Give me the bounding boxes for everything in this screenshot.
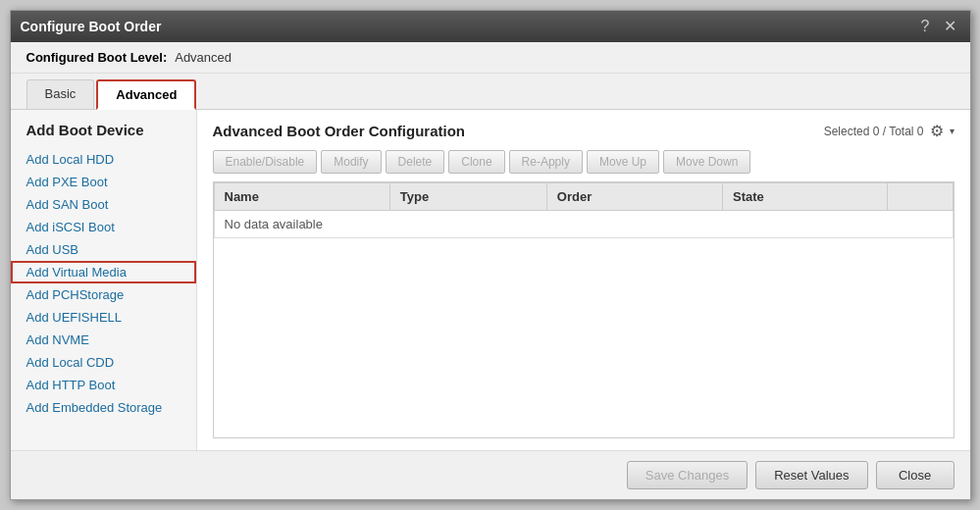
content-area: Advanced Boot Order Configuration Select… <box>197 110 970 450</box>
gear-icon[interactable]: ⚙ <box>930 122 944 140</box>
sidebar-item-local-hdd[interactable]: Add Local HDD <box>11 148 196 171</box>
sidebar-item-local-cdd[interactable]: Add Local CDD <box>11 351 196 374</box>
configured-boot-level-value: Advanced <box>175 50 232 65</box>
selected-total-text: Selected 0 / Total 0 <box>824 125 924 138</box>
sidebar-title: Add Boot Device <box>11 122 196 148</box>
sidebar-item-http-boot[interactable]: Add HTTP Boot <box>11 374 196 396</box>
footer: Save Changes Reset Values Close <box>11 450 970 499</box>
re-apply-button[interactable]: Re-Apply <box>509 150 583 174</box>
tabs-row: Basic Advanced <box>11 74 970 110</box>
configured-boot-level-label: Configured Boot Level: <box>26 50 168 65</box>
col-header-order: Order <box>546 183 722 211</box>
boot-order-table: Name Type Order State No data available <box>214 182 954 238</box>
sidebar-item-pch-storage[interactable]: Add PCHStorage <box>11 283 196 306</box>
sidebar: Add Boot Device Add Local HDD Add PXE Bo… <box>11 110 197 450</box>
modify-button[interactable]: Modify <box>321 150 381 174</box>
content-title: Advanced Boot Order Configuration <box>213 123 466 139</box>
save-changes-button[interactable]: Save Changes <box>627 461 748 489</box>
reset-values-button[interactable]: Reset Values <box>755 461 867 489</box>
dialog-body: Configured Boot Level: Advanced Basic Ad… <box>11 42 970 499</box>
no-data-message: No data available <box>214 211 953 238</box>
col-header-state: State <box>723 183 888 211</box>
sidebar-item-embedded-storage[interactable]: Add Embedded Storage <box>11 396 196 419</box>
top-bar: Configured Boot Level: Advanced <box>11 42 970 74</box>
tab-basic[interactable]: Basic <box>26 79 95 109</box>
sidebar-item-nvme[interactable]: Add NVME <box>11 329 196 351</box>
toolbar: Enable/Disable Modify Delete Clone Re-Ap… <box>213 150 954 174</box>
sidebar-item-san-boot[interactable]: Add SAN Boot <box>11 193 196 216</box>
table-container: Name Type Order State No data available <box>213 181 954 438</box>
table-header-row: Name Type Order State <box>214 183 953 211</box>
help-button[interactable]: ? <box>917 17 934 36</box>
dialog-title: Configure Boot Order <box>21 19 162 34</box>
sidebar-item-uefishell[interactable]: Add UEFISHELL <box>11 306 196 329</box>
main-content: Add Boot Device Add Local HDD Add PXE Bo… <box>11 110 970 450</box>
delete-button[interactable]: Delete <box>386 150 445 174</box>
empty-row: No data available <box>214 211 953 238</box>
sidebar-item-usb[interactable]: Add USB <box>11 238 196 261</box>
clone-button[interactable]: Clone <box>448 150 504 174</box>
col-header-type: Type <box>389 183 546 211</box>
close-button-footer[interactable]: Close <box>876 461 954 489</box>
sidebar-item-virtual-media[interactable]: Add Virtual Media <box>11 261 196 283</box>
col-header-name: Name <box>214 183 389 211</box>
tab-advanced[interactable]: Advanced <box>96 79 196 110</box>
title-bar: Configure Boot Order ? ✕ <box>11 11 970 42</box>
dropdown-arrow-icon[interactable]: ▾ <box>950 126 954 136</box>
move-down-button[interactable]: Move Down <box>663 150 750 174</box>
sidebar-item-pxe-boot[interactable]: Add PXE Boot <box>11 171 196 193</box>
content-header: Advanced Boot Order Configuration Select… <box>213 122 954 140</box>
col-header-extra <box>887 183 953 211</box>
enable-disable-button[interactable]: Enable/Disable <box>213 150 318 174</box>
title-bar-controls: ? ✕ <box>917 17 960 36</box>
sidebar-item-iscsi-boot[interactable]: Add iSCSI Boot <box>11 216 196 238</box>
content-meta: Selected 0 / Total 0 ⚙ ▾ <box>824 122 954 140</box>
close-button[interactable]: ✕ <box>940 17 960 36</box>
configure-boot-order-dialog: Configure Boot Order ? ✕ Configured Boot… <box>10 10 971 500</box>
move-up-button[interactable]: Move Up <box>587 150 659 174</box>
